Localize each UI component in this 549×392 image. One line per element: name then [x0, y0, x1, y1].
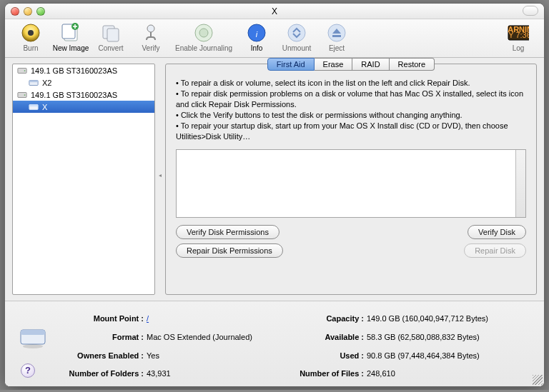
tab-bar: First Aid Erase RAID Restore [166, 58, 536, 71]
info-button[interactable]: i Info [237, 22, 277, 52]
folders-key: Number of Folders : [58, 369, 144, 386]
eject-label: Eject [329, 44, 345, 52]
harddrive-icon [17, 91, 27, 99]
repair-disk-button: Repair Disk [464, 243, 526, 258]
titlebar: X [5, 4, 544, 19]
minimize-button[interactable] [24, 7, 32, 16]
instr-line: • To repair disk permission problems on … [176, 89, 526, 110]
svg-rect-15 [332, 35, 341, 37]
convert-label: Convert [98, 44, 123, 52]
log-button[interactable]: WARNINGY 7:36 Log [498, 22, 538, 52]
log-icon: WARNINGY 7:36 [508, 22, 529, 44]
files-value: 248,610 [367, 369, 488, 386]
owners-value: Yes [147, 351, 272, 368]
toolbar-toggle-button[interactable] [523, 6, 538, 16]
disk-row[interactable]: 149.1 GB ST3160023AS [13, 64, 154, 76]
volume-label: X [42, 103, 47, 111]
tab-restore[interactable]: Restore [390, 58, 435, 71]
burn-label: Burn [23, 44, 38, 52]
svg-text:Y 7:36: Y 7:36 [508, 31, 529, 39]
disk-row[interactable]: 149.1 GB ST3160023AS [13, 89, 154, 101]
volume-icon [29, 79, 39, 86]
eject-button[interactable]: Eject [317, 22, 357, 52]
available-value: 58.3 GB (62,580,088,832 Bytes) [367, 333, 488, 350]
svg-point-24 [24, 94, 26, 96]
mount-point-key: Mount Point : [58, 314, 144, 331]
verify-disk-button[interactable]: Verify Disk [468, 225, 526, 239]
svg-point-1 [28, 30, 34, 36]
mount-point-value[interactable]: / [147, 314, 272, 331]
verify-label: Verify [142, 44, 159, 52]
svg-rect-26 [29, 104, 38, 106]
enable-journaling-button[interactable]: Enable Journaling [171, 22, 237, 52]
svg-point-20 [24, 70, 26, 71]
unmount-icon [286, 22, 307, 44]
scrollbar[interactable] [515, 150, 525, 217]
journaling-label: Enable Journaling [175, 44, 232, 52]
unmount-label: Unmount [282, 44, 312, 52]
instr-line: • To repair a disk or volume, select its… [176, 78, 526, 89]
unmount-button[interactable]: Unmount [277, 22, 317, 52]
repair-permissions-button[interactable]: Repair Disk Permissions [176, 243, 283, 258]
window: X Burn New Image Convert Verify [4, 3, 545, 387]
disk-list[interactable]: 149.1 GB ST3160023AS X2 149.1 GB ST31600… [12, 64, 155, 295]
tab-first-aid[interactable]: First Aid [267, 58, 315, 71]
instr-line: • To repair your startup disk, start up … [176, 121, 526, 142]
new-image-label: New Image [53, 44, 89, 52]
instr-line: • Click the Verify buttons to test the d… [176, 110, 526, 121]
volume-row-selected[interactable]: X [13, 101, 154, 113]
owners-key: Owners Enabled : [58, 351, 144, 368]
available-key: Available : [278, 333, 364, 350]
folders-value: 43,931 [147, 369, 272, 386]
content-area: 149.1 GB ST3160023AS X2 149.1 GB ST31600… [5, 58, 544, 386]
info-label: Info [251, 44, 263, 52]
info-icon: i [246, 22, 267, 44]
verify-permissions-button[interactable]: Verify Disk Permissions [176, 225, 280, 239]
svg-point-13 [288, 24, 305, 41]
info-right-column: Capacity : 149.0 GB (160,040,947,712 Byt… [278, 314, 488, 386]
traffic-lights [5, 7, 45, 16]
format-key: Format : [58, 333, 144, 350]
verify-icon [140, 22, 162, 44]
tab-erase[interactable]: Erase [315, 58, 353, 71]
info-footer: Mount Point : / Format : Mac OS Extended… [5, 301, 544, 386]
svg-rect-22 [29, 80, 38, 82]
instructions-text: • To repair a disk or volume, select its… [166, 71, 536, 146]
burn-icon [20, 22, 41, 44]
new-image-button[interactable]: New Image [51, 22, 91, 52]
volume-icon [29, 104, 39, 111]
log-output [176, 149, 526, 218]
svg-rect-6 [107, 29, 119, 41]
svg-point-8 [147, 25, 154, 32]
zoom-button[interactable] [36, 7, 45, 16]
files-key: Number of Files : [278, 369, 364, 386]
svg-rect-28 [21, 330, 45, 335]
disk-label: 149.1 GB ST3160023AS [31, 91, 117, 99]
close-button[interactable] [11, 7, 19, 16]
splitter-handle[interactable]: ◂ [159, 172, 162, 179]
main-panel: First Aid Erase RAID Restore • To repair… [165, 64, 537, 295]
burn-button[interactable]: Burn [11, 22, 51, 52]
disk-label: 149.1 GB ST3160023AS [31, 66, 117, 75]
convert-icon [100, 22, 122, 44]
harddrive-icon [17, 66, 27, 75]
verify-button[interactable]: Verify [131, 22, 171, 52]
convert-button[interactable]: Convert [91, 22, 131, 52]
capacity-value: 149.0 GB (160,040,947,712 Bytes) [367, 314, 488, 331]
journaling-icon [193, 22, 214, 44]
capacity-key: Capacity : [278, 314, 364, 331]
resize-handle[interactable] [533, 375, 543, 385]
used-value: 90.8 GB (97,448,464,384 Bytes) [367, 351, 488, 368]
volume-row[interactable]: X2 [13, 76, 154, 89]
log-label: Log [513, 44, 525, 52]
toolbar: Burn New Image Convert Verify Enable Jou… [5, 19, 544, 58]
info-left-column: Mount Point : / Format : Mac OS Extended… [58, 314, 272, 386]
help-button[interactable]: ? [21, 363, 35, 378]
volume-label: X2 [42, 79, 51, 87]
used-key: Used : [278, 351, 364, 368]
eject-icon [326, 22, 347, 44]
svg-point-10 [199, 29, 208, 37]
new-image-icon [60, 22, 81, 44]
svg-point-29 [23, 344, 43, 348]
tab-raid[interactable]: RAID [352, 58, 389, 71]
